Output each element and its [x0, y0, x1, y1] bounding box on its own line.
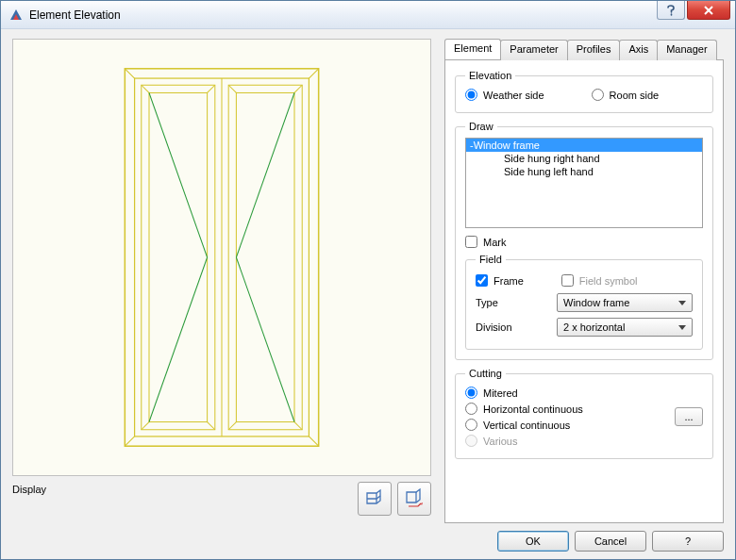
frame-input[interactable]	[476, 274, 488, 287]
help-label: ?	[685, 535, 691, 547]
tab-element[interactable]: Element	[444, 39, 501, 59]
elevation-group: Elevation Weather side Room side	[455, 70, 713, 113]
mark-input[interactable]	[465, 236, 477, 248]
division-dropdown[interactable]: 2 x horizontal	[557, 318, 693, 337]
mitered-input[interactable]	[465, 387, 477, 399]
dialog-window: Element Elevation	[0, 0, 736, 560]
weather-side-input[interactable]	[465, 89, 477, 101]
mark-checkbox[interactable]: Mark	[465, 234, 703, 250]
tab-manager[interactable]: Manager	[657, 40, 716, 60]
frame-label: Frame	[493, 275, 524, 287]
field-symbol-input[interactable]	[561, 274, 574, 287]
svg-line-5	[309, 69, 318, 78]
tab-parameter[interactable]: Parameter	[500, 40, 567, 60]
horizontal-label: Horizontal continuous	[483, 404, 583, 415]
svg-line-14	[208, 422, 215, 430]
tab-manager-label: Manager	[666, 43, 707, 55]
svg-rect-9	[142, 85, 215, 429]
various-input	[465, 435, 477, 447]
horizontal-radio[interactable]: Horizontal continuous	[465, 401, 583, 417]
display-mode2-button[interactable]	[397, 482, 431, 516]
mitered-radio[interactable]: Mitered	[465, 385, 583, 401]
help-button[interactable]: ?	[652, 531, 724, 552]
division-label: Division	[476, 321, 557, 333]
list-item[interactable]: Side hung left hand	[466, 165, 702, 178]
dialog-body: Display Element Parameter	[1, 29, 735, 559]
type-label: Type	[476, 297, 557, 308]
svg-marker-25	[421, 502, 423, 505]
draw-listbox[interactable]: -Window frame Side hung right hand Side …	[465, 138, 703, 228]
svg-rect-10	[149, 92, 208, 421]
mitered-label: Mitered	[483, 387, 518, 399]
vertical-input[interactable]	[465, 419, 477, 431]
room-side-input[interactable]	[592, 89, 604, 101]
tab-profiles[interactable]: Profiles	[567, 40, 621, 60]
svg-line-7	[309, 436, 318, 446]
list-item[interactable]: -Window frame	[466, 139, 702, 152]
field-symbol-label: Field symbol	[579, 275, 638, 287]
display-mode1-button[interactable]	[358, 482, 392, 516]
mark-label: Mark	[483, 237, 506, 248]
titlebar-buttons	[657, 1, 735, 28]
horizontal-input[interactable]	[465, 403, 477, 415]
tabs: Element Parameter Profiles Axis Manager	[444, 39, 724, 59]
tab-axis-label: Axis	[628, 43, 648, 55]
help-titlebar-button[interactable]	[657, 1, 685, 20]
field-group: Field Frame Field symbol	[465, 254, 703, 350]
svg-line-22	[149, 257, 208, 422]
elevation-legend: Elevation	[465, 70, 515, 81]
weather-side-radio[interactable]: Weather side	[465, 87, 544, 103]
room-side-label: Room side	[610, 90, 660, 101]
cancel-button[interactable]: Cancel	[575, 531, 646, 552]
svg-line-21	[149, 92, 208, 257]
display-buttons	[358, 482, 431, 516]
cutting-legend: Cutting	[465, 368, 506, 379]
element-panel: Elevation Weather side Room side	[444, 59, 724, 523]
draw-group: Draw -Window frame Side hung right hand …	[455, 121, 713, 360]
vertical-radio[interactable]: Vertical continuous	[465, 417, 583, 433]
app-icon	[8, 8, 24, 23]
svg-line-17	[228, 85, 236, 92]
svg-line-24	[236, 257, 294, 422]
tab-parameter-label: Parameter	[510, 43, 558, 55]
cutting-more-button[interactable]: ...	[675, 407, 703, 426]
svg-line-4	[125, 69, 134, 78]
columns: Display Element Parameter	[12, 39, 724, 523]
titlebar: Element Elevation	[1, 1, 735, 29]
display-row: Display	[12, 482, 431, 523]
room-side-radio[interactable]: Room side	[592, 87, 660, 103]
window-title: Element Elevation	[29, 8, 657, 22]
svg-rect-16	[236, 92, 294, 421]
tab-axis[interactable]: Axis	[619, 40, 658, 60]
weather-side-label: Weather side	[483, 90, 544, 101]
ok-label: OK	[526, 535, 541, 547]
type-value: Window frame	[563, 297, 629, 308]
svg-rect-15	[228, 85, 302, 429]
frame-checkbox[interactable]: Frame	[476, 272, 524, 288]
svg-line-20	[294, 422, 302, 430]
field-symbol-checkbox[interactable]: Field symbol	[561, 272, 638, 288]
division-value: 2 x horizontal	[563, 321, 625, 333]
svg-line-12	[208, 85, 215, 92]
close-button[interactable]	[687, 1, 730, 20]
tab-element-label: Element	[454, 42, 492, 54]
svg-line-11	[142, 85, 149, 92]
elevation-preview	[12, 39, 431, 476]
svg-line-19	[228, 422, 236, 430]
vertical-label: Vertical continuous	[483, 420, 570, 431]
display-label: Display	[12, 482, 358, 495]
right-column: Element Parameter Profiles Axis Manager …	[444, 39, 724, 523]
left-column: Display	[12, 39, 431, 523]
button-bar: OK Cancel ?	[12, 523, 724, 552]
svg-line-23	[236, 92, 294, 257]
type-dropdown[interactable]: Window frame	[557, 293, 693, 312]
draw-legend: Draw	[465, 121, 497, 132]
cancel-label: Cancel	[594, 535, 627, 547]
svg-line-18	[294, 85, 302, 92]
svg-line-6	[125, 436, 134, 446]
svg-line-13	[142, 422, 149, 430]
ok-button[interactable]: OK	[497, 531, 569, 552]
various-label: Various	[483, 436, 517, 447]
various-radio: Various	[465, 433, 583, 449]
list-item[interactable]: Side hung right hand	[466, 152, 702, 165]
